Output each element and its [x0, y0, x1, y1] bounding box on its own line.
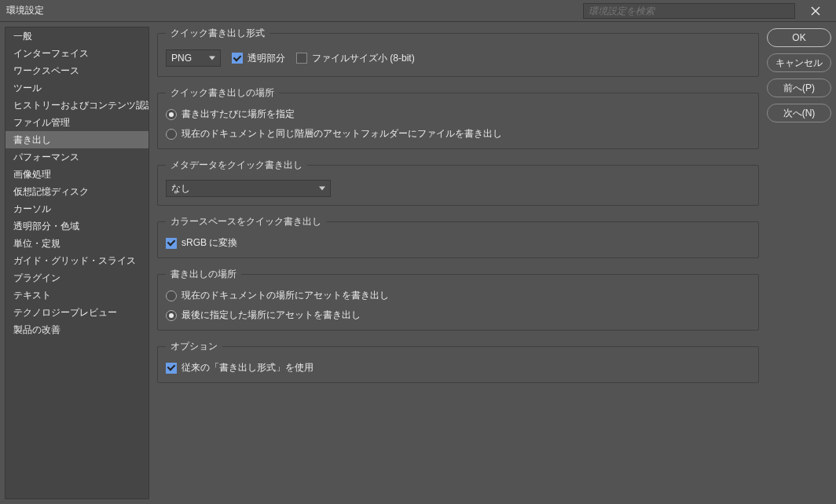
format-select[interactable]: PNG	[166, 49, 221, 67]
sidebar-item[interactable]: パフォーマンス	[6, 148, 148, 166]
group-quick-export-format: クイック書き出し形式 PNG 透明部分 ファイルサイズ小 (8-bit)	[157, 27, 759, 77]
dialog-title: 環境設定	[6, 4, 44, 17]
checkbox-label: ファイルサイズ小 (8-bit)	[312, 52, 415, 65]
close-icon	[810, 5, 821, 16]
sidebar-item[interactable]: 画像処理	[6, 166, 148, 183]
checkbox-small-8bit[interactable]: ファイルサイズ小 (8-bit)	[296, 52, 415, 65]
group-quick-export-location: クイック書き出しの場所 書き出すたびに場所を指定 現在のドキュメントと同じ階層の…	[157, 86, 759, 149]
sidebar-item[interactable]: 書き出し	[6, 131, 148, 148]
sidebar-item[interactable]: 製品の改善	[6, 321, 148, 338]
radio-label: 現在のドキュメントの場所にアセットを書き出し	[182, 289, 389, 302]
format-select-value: PNG	[171, 53, 192, 64]
radio-box	[166, 290, 177, 301]
legend-colorspace: カラースペースをクイック書き出し	[166, 215, 326, 228]
sidebar-item[interactable]: カーソル	[6, 200, 148, 217]
checkbox-srgb[interactable]: sRGB に変換	[166, 236, 237, 250]
sidebar-item[interactable]: テクノロジープレビュー	[6, 304, 148, 321]
radio-box	[166, 310, 177, 321]
sidebar-item[interactable]: 仮想記憶ディスク	[6, 183, 148, 200]
radio-box	[166, 109, 177, 120]
sidebar-item[interactable]: 単位・定規	[6, 235, 148, 252]
sidebar: 一般インターフェイスワークスペースツールヒストリーおよびコンテンツ認証情報ファイ…	[5, 27, 149, 499]
sidebar-item[interactable]: ワークスペース	[6, 62, 148, 79]
group-metadata: メタデータをクイック書き出し なし	[157, 159, 759, 206]
sidebar-item[interactable]: ヒストリーおよびコンテンツ認証情報	[6, 97, 148, 114]
legend-location: クイック書き出しの場所	[166, 86, 279, 100]
checkbox-label: 透明部分	[248, 52, 285, 65]
sidebar-item[interactable]: 透明部分・色域	[6, 217, 148, 235]
main-panel: クイック書き出し形式 PNG 透明部分 ファイルサイズ小 (8-bit) クイッ…	[149, 27, 767, 499]
search-input[interactable]	[583, 3, 795, 19]
group-colorspace: カラースペースをクイック書き出し sRGB に変換	[157, 215, 759, 258]
radio-last-specified-loc[interactable]: 最後に指定した場所にアセットを書き出し	[166, 309, 750, 322]
cancel-button[interactable]: キャンセル	[767, 53, 831, 72]
radio-box	[166, 129, 177, 140]
sidebar-item[interactable]: インターフェイス	[6, 45, 148, 62]
close-button[interactable]	[801, 0, 830, 22]
radio-current-doc-loc[interactable]: 現在のドキュメントの場所にアセットを書き出し	[166, 289, 750, 302]
checkbox-legacy-export[interactable]: 従来の「書き出し形式」を使用	[166, 361, 314, 374]
sidebar-item[interactable]: ツール	[6, 79, 148, 97]
ok-button[interactable]: OK	[767, 28, 831, 47]
titlebar: 環境設定	[0, 0, 836, 22]
radio-ask-location[interactable]: 書き出すたびに場所を指定	[166, 108, 750, 121]
checkbox-label: 従来の「書き出し形式」を使用	[182, 361, 314, 374]
legend-exportloc: 書き出しの場所	[166, 268, 241, 281]
legend-options: オプション	[166, 340, 222, 353]
radio-label: 現在のドキュメントと同じ階層のアセットフォルダーにファイルを書き出し	[182, 127, 502, 141]
prev-button[interactable]: 前へ(P)	[767, 79, 831, 97]
checkbox-transparent[interactable]: 透明部分	[232, 52, 285, 65]
button-column: OK キャンセル 前へ(P) 次へ(N)	[767, 27, 831, 499]
metadata-select[interactable]: なし	[166, 180, 331, 197]
group-export-location: 書き出しの場所 現在のドキュメントの場所にアセットを書き出し 最後に指定した場所…	[157, 268, 759, 331]
radio-label: 書き出すたびに場所を指定	[182, 108, 295, 121]
checkbox-box	[296, 53, 307, 64]
metadata-select-value: なし	[171, 182, 190, 195]
sidebar-item[interactable]: 一般	[6, 27, 148, 45]
sidebar-item[interactable]: ガイド・グリッド・スライス	[6, 252, 148, 269]
next-button[interactable]: 次へ(N)	[767, 104, 831, 122]
group-options: オプション 従来の「書き出し形式」を使用	[157, 340, 759, 383]
checkbox-box	[166, 363, 177, 374]
sidebar-item[interactable]: テキスト	[6, 287, 148, 304]
radio-same-folder[interactable]: 現在のドキュメントと同じ階層のアセットフォルダーにファイルを書き出し	[166, 127, 750, 141]
checkbox-box	[232, 53, 243, 64]
legend-format: クイック書き出し形式	[166, 27, 270, 40]
radio-label: 最後に指定した場所にアセットを書き出し	[182, 309, 361, 322]
checkbox-label: sRGB に変換	[182, 236, 237, 250]
legend-metadata: メタデータをクイック書き出し	[166, 159, 307, 172]
sidebar-item[interactable]: ファイル管理	[6, 114, 148, 131]
sidebar-item[interactable]: プラグイン	[6, 269, 148, 287]
checkbox-box	[166, 238, 177, 249]
